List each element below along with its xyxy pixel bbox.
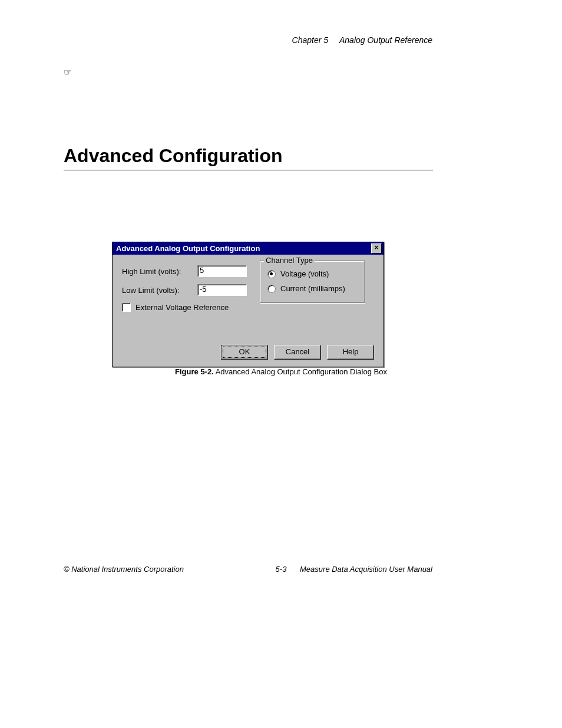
close-button[interactable]: × [371,243,382,253]
advanced-analog-output-dialog: Advanced Analog Output Configuration × H… [112,242,384,367]
current-radio-row: Current (milliamps) [267,284,364,293]
close-icon: × [374,243,378,252]
high-limit-input[interactable]: 5 [197,265,247,277]
section-heading: Advanced Configuration [64,145,283,167]
external-ref-row: External Voltage Reference [122,303,374,312]
chapter-label: Chapter 5 [292,35,328,45]
ok-button[interactable]: OK [221,345,268,360]
voltage-radio-row: Voltage (volts) [267,269,364,278]
current-radio[interactable] [267,285,276,293]
dialog-titlebar[interactable]: Advanced Analog Output Configuration × [113,242,384,255]
external-ref-checkbox[interactable] [122,303,131,312]
figure-caption: Figure 5-2. Advanced Analog Output Confi… [0,367,562,376]
figure-text: Advanced Analog Output Configuration Dia… [214,367,387,376]
heading-rule [64,170,433,170]
dialog-button-row: OK Cancel Help [221,345,374,360]
channel-type-title: Channel Type [264,256,315,265]
page-header: Chapter 5 Analog Output Reference [292,35,432,45]
high-limit-label: High Limit (volts): [122,267,197,276]
footer-manual-title: Measure Data Acquisition User Manual [300,565,432,574]
current-radio-label: Current (milliamps) [280,284,345,293]
figure-label: Figure 5-2. [175,367,214,376]
low-limit-input[interactable]: -5 [197,284,247,296]
dialog-title: Advanced Analog Output Configuration [116,244,260,253]
cancel-button[interactable]: Cancel [274,345,321,360]
channel-type-group: Channel Type Voltage (volts) Current (mi… [260,261,365,303]
note-icon: ☞ [64,67,72,78]
low-limit-label: Low Limit (volts): [122,286,197,295]
footer-page-number: 5-3 [0,565,562,574]
help-button[interactable]: Help [327,345,374,360]
voltage-radio[interactable] [267,270,276,278]
voltage-radio-label: Voltage (volts) [280,269,329,278]
dialog-body: High Limit (volts): 5 Low Limit (volts):… [113,255,384,367]
external-ref-label: External Voltage Reference [135,303,229,312]
chapter-title: Analog Output Reference [339,35,432,45]
